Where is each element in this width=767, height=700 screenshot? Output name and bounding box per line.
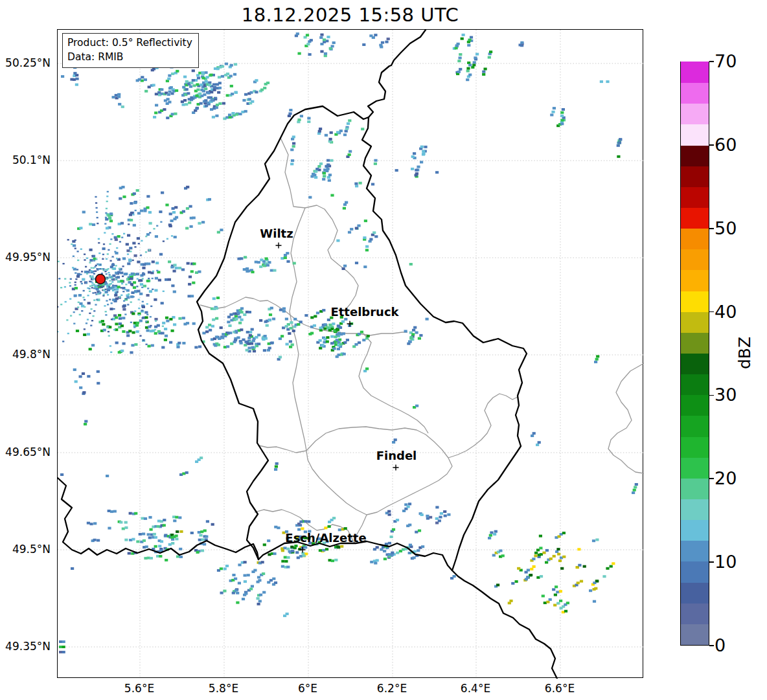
x-tick-label: 6.2°E <box>377 682 407 695</box>
city-marker <box>276 243 282 249</box>
product-info-box: Product: 0.5° Reflectivity Data: RMIB <box>62 33 199 68</box>
country-borders <box>58 30 557 679</box>
x-tick-label: 5.6°E <box>124 682 154 695</box>
colorbar-tick-label: 60 <box>715 135 737 155</box>
district-border <box>306 427 452 515</box>
city-label-wiltz: Wiltz <box>260 227 293 240</box>
colorbar-tickmark <box>709 645 714 646</box>
y-tick-label: 50.25°N <box>0 56 51 69</box>
colorbar-segment <box>681 311 709 333</box>
gridlines <box>58 30 644 679</box>
colorbar <box>680 62 709 646</box>
city-label-esch-alzette: Esch/Alzette <box>285 531 366 545</box>
city-marker <box>347 321 353 327</box>
colorbar-segment <box>681 478 709 499</box>
colorbar-segment <box>681 395 709 416</box>
y-tick-label: 49.8°N <box>0 348 51 361</box>
reflectivity-cells <box>58 32 638 653</box>
radar-map-canvas <box>58 30 644 679</box>
radar-map <box>57 29 643 678</box>
country-border <box>58 478 258 559</box>
colorbar-segment <box>681 499 709 520</box>
colorbar-segment <box>681 291 709 312</box>
colorbar-tick-label: 70 <box>715 51 737 71</box>
product-info-line1: Product: 0.5° Reflectivity <box>67 36 192 50</box>
colorbar-tick-label: 40 <box>715 301 737 321</box>
city-marker <box>393 465 399 471</box>
colorbar-tick-label: 0 <box>715 635 726 655</box>
y-tick-label: 49.5°N <box>0 543 51 556</box>
colorbar-tickmark <box>709 228 714 229</box>
colorbar-segment <box>681 83 709 104</box>
colorbar-segment <box>681 249 709 271</box>
colorbar-tickmark <box>709 61 714 62</box>
colorbar-segment <box>681 624 709 645</box>
district-border <box>259 446 306 453</box>
city-label-ettelbruck: Ettelbruck <box>330 305 398 319</box>
colorbar-tick-label: 10 <box>715 552 737 572</box>
colorbar-segment <box>681 353 709 374</box>
colorbar-segment <box>681 332 709 354</box>
colorbar-tickmark <box>709 561 714 563</box>
x-tick-label: 6°E <box>298 682 317 695</box>
district-border <box>448 394 518 458</box>
y-tick-label: 49.95°N <box>0 251 51 264</box>
colorbar-segment <box>681 207 709 229</box>
colorbar-tick-label: 30 <box>715 385 737 405</box>
district-border <box>359 333 428 433</box>
colorbar-tick-label: 20 <box>715 468 737 488</box>
colorbar-tick-label: 50 <box>715 218 737 238</box>
colorbar-tickmark <box>709 395 714 396</box>
y-tick-label: 50.1°N <box>0 153 51 166</box>
colorbar-tickmark <box>709 311 714 313</box>
map-title: 18.12.2025 15:58 UTC <box>57 4 643 26</box>
colorbar-segment <box>681 416 709 437</box>
colorbar-segment <box>681 124 709 146</box>
colorbar-segment <box>681 186 709 208</box>
y-tick-label: 49.65°N <box>0 446 51 458</box>
colorbar-tickmark <box>709 144 714 146</box>
y-tick-label: 49.35°N <box>0 640 51 653</box>
product-info-line2: Data: RMIB <box>67 50 192 64</box>
colorbar-segment <box>681 270 709 291</box>
country-border <box>368 30 426 117</box>
map-overlays <box>96 243 399 553</box>
x-tick-label: 6.6°E <box>545 682 575 695</box>
city-label-findel: Findel <box>376 449 417 462</box>
country-border <box>197 106 527 570</box>
colorbar-segment <box>681 541 709 562</box>
colorbar-axis-label: dBZ <box>735 337 754 369</box>
colorbar-segment <box>681 561 709 583</box>
colorbar-segment <box>681 457 709 479</box>
x-tick-label: 6.4°E <box>461 682 490 695</box>
colorbar-segment <box>681 166 709 187</box>
x-tick-label: 5.8°E <box>209 682 238 695</box>
colorbar-segment <box>681 104 709 125</box>
colorbar-segment <box>681 436 709 458</box>
district-border <box>608 363 644 473</box>
country-border <box>452 570 557 679</box>
colorbar-segment <box>681 229 709 250</box>
colorbar-segment <box>681 374 709 396</box>
colorbar-segment <box>681 145 709 166</box>
colorbar-segment <box>681 603 709 624</box>
radar-site-marker <box>96 275 106 284</box>
district-borders <box>200 138 644 543</box>
colorbar-tickmark <box>709 478 714 479</box>
colorbar-segment <box>681 520 709 541</box>
colorbar-segment <box>681 62 709 83</box>
colorbar-segment <box>681 582 709 604</box>
